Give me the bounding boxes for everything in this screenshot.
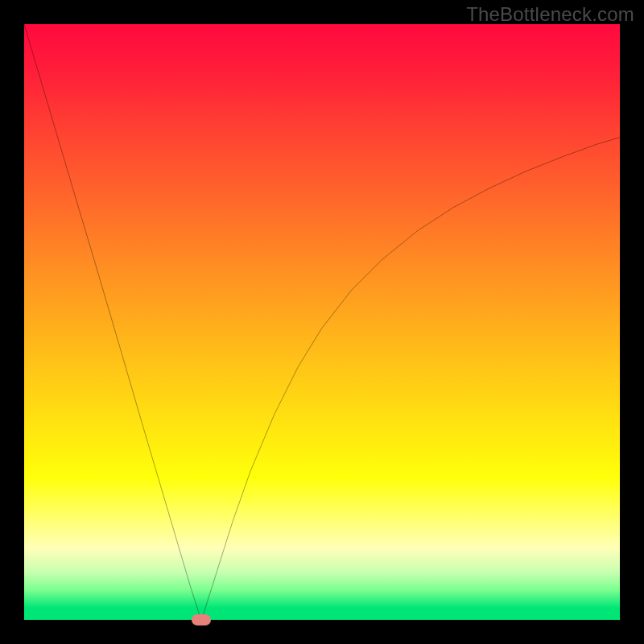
chart-frame: TheBottleneck.com [0, 0, 644, 644]
watermark-text: TheBottleneck.com [466, 3, 634, 26]
optimal-marker [192, 614, 211, 625]
bottleneck-curve-path [24, 24, 620, 620]
curve-svg [24, 24, 620, 620]
plot-area [24, 24, 620, 620]
